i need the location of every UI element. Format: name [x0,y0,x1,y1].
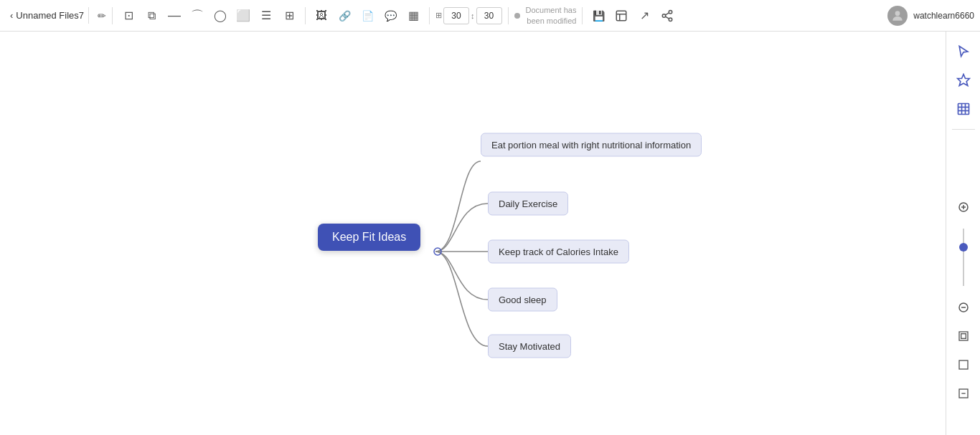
svg-marker-8 [957,75,969,86]
grid-icon[interactable]: ▦ [403,6,423,26]
svg-line-5 [666,12,669,14]
copy-icon[interactable]: ⧉ [141,6,161,26]
table-tool-icon[interactable] [952,97,975,120]
svg-point-2 [663,14,666,17]
status-dot [514,13,520,19]
svg-point-6 [895,11,900,16]
fit-width-icon[interactable] [952,382,975,405]
separator-2 [305,7,306,24]
document-title: Unnamed Files7 [16,10,84,21]
back-button[interactable]: ‹ Unnamed Files7 [6,7,89,24]
export-icon[interactable]: ↗ [634,6,654,26]
size-section: ⊞ ↕ [435,7,502,24]
zoom-slider-thumb[interactable] [959,243,968,252]
svg-rect-20 [961,334,966,339]
branch-node-3[interactable]: Keep track of Calories Intake [488,240,629,264]
branch-4-label: Good sleep [499,295,547,305]
image-icon[interactable]: ⬜ [233,6,253,26]
zoom-in-icon[interactable] [952,196,975,219]
table-icon[interactable]: ⊞ [279,6,299,26]
separator-4 [508,7,509,24]
svg-point-7 [434,248,441,255]
right-panel-divider [952,129,975,130]
link-icon[interactable]: 🔗 [334,6,354,26]
photo-icon[interactable]: 🖼 [311,6,331,26]
toolbar: ‹ Unnamed Files7 ✏ ⊡ ⧉ — ⌒ ◯ ⬜ ☰ ⊞ 🖼 🔗 📄… [0,0,980,32]
avatar [887,6,908,26]
share-icon[interactable] [657,6,677,26]
frame-icon[interactable]: ⊡ [118,6,138,26]
chat-icon[interactable]: 💬 [380,6,400,26]
curve-icon[interactable]: ⌒ [187,6,207,26]
branch-1-label: Eat portion meal with right nutritional … [491,140,691,150]
width-input[interactable] [443,7,469,24]
connection-lines [0,32,946,435]
save-cloud-icon[interactable] [611,6,631,26]
svg-line-4 [666,16,669,19]
back-arrow-icon: ‹ [10,10,13,21]
zoom-out-icon[interactable] [952,296,975,319]
canvas[interactable]: Keep Fit Ideas Eat portion meal with rig… [0,32,946,435]
right-panel [946,32,980,435]
svg-rect-21 [959,360,968,369]
height-input[interactable] [476,7,502,24]
line-icon[interactable]: — [164,6,184,26]
svg-point-3 [669,18,673,21]
central-node[interactable]: Keep Fit Ideas [318,224,420,251]
svg-point-1 [669,10,673,14]
branch-2-label: Daily Exercise [499,199,557,209]
central-node-label: Keep Fit Ideas [332,231,406,243]
svg-rect-0 [617,11,627,21]
doc-icon[interactable]: 📄 [357,6,377,26]
zoom-slider-track[interactable] [963,229,964,286]
svg-rect-19 [959,332,968,340]
comment-icon[interactable]: ◯ [210,6,230,26]
doc-status: Document has been modified [526,5,577,26]
separator-1 [112,7,113,24]
size-label-1: ⊞ [435,11,442,20]
edit-title-icon[interactable]: ✏ [98,10,106,21]
save-local-icon[interactable]: 💾 [588,6,608,26]
username-label: watchlearn6660 [913,11,974,21]
list-icon[interactable]: ☰ [256,6,276,26]
cursor-tool-icon[interactable] [952,40,975,63]
fit-page-icon[interactable] [952,325,975,348]
star-tool-icon[interactable] [952,69,975,92]
branch-node-2[interactable]: Daily Exercise [488,192,568,216]
branch-3-label: Keep track of Calories Intake [499,247,618,257]
svg-rect-9 [958,104,969,115]
branch-5-label: Stay Motivated [499,341,560,352]
actual-size-icon[interactable] [952,353,975,376]
separator-5 [582,7,583,24]
branch-node-5[interactable]: Stay Motivated [488,335,571,358]
size-label-2: ↕ [471,11,475,20]
separator-3 [429,7,430,24]
branch-node-4[interactable]: Good sleep [488,288,557,312]
branch-node-1[interactable]: Eat portion meal with right nutritional … [481,133,702,157]
